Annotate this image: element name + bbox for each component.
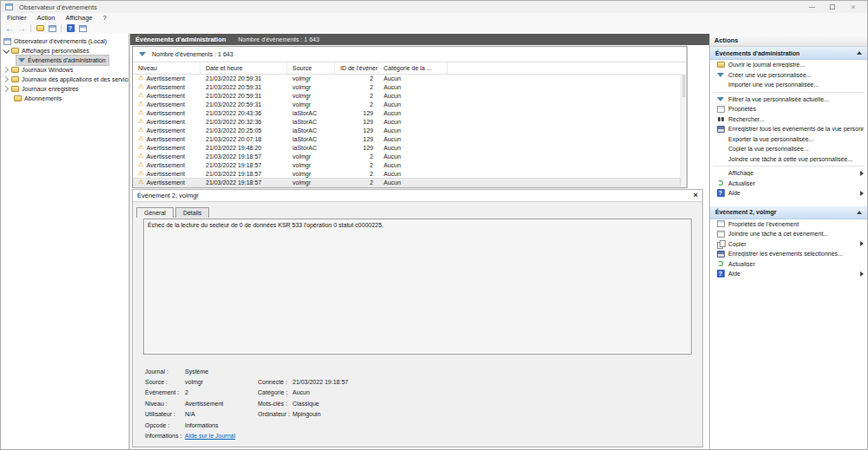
table-row[interactable]: ⚠Avertissement21/03/2022 19:18:57volmgr2… [133,160,681,169]
minimize-button[interactable] [801,2,822,12]
action-item[interactable]: Filtrer la vue personnalisée actuelle... [710,95,867,105]
toolbar-button[interactable] [3,23,16,33]
action-item[interactable]: Copier la vue personnalisée... [710,144,867,154]
column-header[interactable]: ID de l'événem... [335,62,378,74]
close-button[interactable]: × [843,2,864,12]
column-header[interactable]: Source [287,62,335,74]
close-detail-icon[interactable]: × [694,192,698,199]
tree-item[interactable]: Affichages personnalisés [1,46,128,55]
expand-icon[interactable] [3,85,10,93]
table-row[interactable]: ⚠Avertissement21/03/2022 20:25:05iaStorA… [133,126,681,134]
level-label: Avertissement [147,101,185,108]
expand-icon[interactable] [3,75,10,83]
tree-item[interactable]: Journaux des applications et des service… [1,75,128,84]
event-id-cell: 2 [335,91,378,100]
menu-affichage[interactable]: Affichage [60,14,97,22]
action-item[interactable]: Propriétés de l'événement [710,219,867,230]
date-cell: 21/03/2022 19:18:57 [201,160,287,169]
menu-aide[interactable]: ? [98,14,112,22]
collapse-icon[interactable] [3,47,10,55]
table-row[interactable]: ⚠Avertissement21/03/2022 19:18:57volmgr2… [133,152,681,160]
action-item[interactable]: Créer une vue personnalisée... [710,70,867,81]
table-row[interactable]: ⚠Avertissement21/03/2022 19:48:20iaStorA… [133,143,681,152]
event-count-label: Nombre d'événements : 1 643 [238,36,319,42]
column-header[interactable]: Catégorie de la ... [378,62,448,74]
category-cell: Aucun [378,160,448,169]
action-item[interactable]: Enregistrer tous les événements de la vu… [710,124,867,134]
scrollbar-thumb[interactable] [682,75,686,97]
title-bar[interactable]: Observateur d'événements × [1,1,867,13]
toolbar-button[interactable] [64,23,76,33]
toolbar-button[interactable] [76,23,89,33]
table-row[interactable]: ⚠Avertissement21/03/2022 19:18:57volmgr2… [133,178,681,186]
table-row[interactable]: ⚠Avertissement21/03/2022 20:59:31volmgr2… [133,100,681,108]
maximize-button[interactable] [822,2,843,12]
tab-general[interactable]: Général [136,207,174,218]
toolbar [1,23,867,35]
table-body: ⚠Avertissement21/03/2022 20:59:31volmgr2… [133,74,681,187]
tree-item[interactable]: Journaux enregistrés [1,84,128,94]
table-row[interactable]: ⚠Avertissement21/03/2022 20:07:18iaStorA… [133,134,681,143]
table-row[interactable]: ⚠Avertissement21/03/2022 19:18:57volmgr2… [133,169,681,178]
toolbar-button[interactable] [34,23,46,33]
expand-icon[interactable] [3,66,10,74]
toolbar-button[interactable] [46,23,58,33]
collapse-arrow-icon[interactable] [857,211,862,214]
column-header[interactable]: Niveau [133,62,201,74]
table-row[interactable]: ⚠Avertissement21/03/2022 20:59:31volmgr2… [133,91,681,100]
action-item-label: Aide [728,190,858,196]
tree-item[interactable]: Événements d'administration [1,55,128,65]
level-label: Avertissement [147,75,185,82]
action-item[interactable]: Actualiser [710,179,867,189]
warning-icon: ⚠ [138,92,144,99]
action-item[interactable]: Aide [710,188,867,199]
toolbar-button[interactable] [16,23,28,33]
action-item[interactable]: Rechercher... [710,114,867,125]
action-item[interactable]: Joindre une tâche à cette vue personnali… [710,154,867,165]
date-cell: 21/03/2022 20:59:31 [201,100,287,108]
menu-fichier[interactable]: Fichier [2,14,32,22]
tree-item[interactable]: Observateur d'événements (Local) [1,36,128,46]
action-section-header[interactable]: Événements d'administration [710,47,867,60]
table-row[interactable]: ⚠Avertissement21/03/2022 20:59:31volmgr2… [133,82,681,91]
action-item[interactable]: Ouvrir le journal enregistré... [710,60,867,70]
vertical-scrollbar[interactable] [681,74,687,187]
field-row: Utilisateur :N/AOrdinateur :Mpingouin [145,409,694,420]
column-header[interactable]: Date et heure [201,62,287,74]
submenu-arrow-icon [860,241,864,246]
table-row[interactable]: ⚠Avertissement21/03/2022 20:43:36iaStorA… [133,108,681,117]
tree-item-content: Affichages personnalisés [10,46,92,55]
category-cell: Aucun [378,186,448,187]
category-cell: Aucun [378,178,448,186]
properties-icon [715,105,726,114]
menu-action[interactable]: Action [32,14,61,22]
table-row[interactable]: ⚠Avertissement21/03/2022 20:59:31volmgr2… [133,74,681,82]
action-item[interactable]: Joindre une tâche à cet événement... [710,229,867,239]
level-cell: ⚠Avertissement [133,134,201,143]
collapse-arrow-icon[interactable] [857,51,862,55]
tree-item[interactable]: Journaux Windows [1,65,128,75]
action-item[interactable]: Enregistrer les événements sélectionnés.… [710,249,867,259]
level-label: Avertissement [147,162,185,168]
source-cell: volmgr [287,152,335,160]
submenu-arrow-icon [860,271,864,277]
level-cell: ⚠Avertissement [133,126,201,134]
field-value: Informations [185,422,258,428]
action-item[interactable]: Aide [710,269,867,279]
action-item[interactable]: Exporter la vue personnalisée... [710,134,867,145]
action-section-header[interactable]: Événement 2, volmgr [710,206,867,219]
action-item[interactable]: Propriétés [710,104,867,114]
create-view-icon [715,70,726,79]
action-item[interactable]: Copier [710,239,867,250]
warning-icon: ⚠ [138,101,144,108]
action-item[interactable]: Affichage [710,168,867,179]
journal-help-link[interactable]: Aide sur le Journal [185,433,258,439]
properties-icon [715,219,726,228]
action-item[interactable]: Actualiser [710,259,867,270]
tab-details[interactable]: Détails [175,207,209,218]
table-row[interactable]: ⚠Avertissement21/03/2022 19:18:57volmgr2… [133,186,681,187]
event-id-cell: 2 [335,100,378,108]
tree-item[interactable]: Abonnements [1,94,128,103]
action-item[interactable]: Importer une vue personnalisée... [710,80,867,90]
table-row[interactable]: ⚠Avertissement21/03/2022 20:32:36iaStorA… [133,117,681,126]
